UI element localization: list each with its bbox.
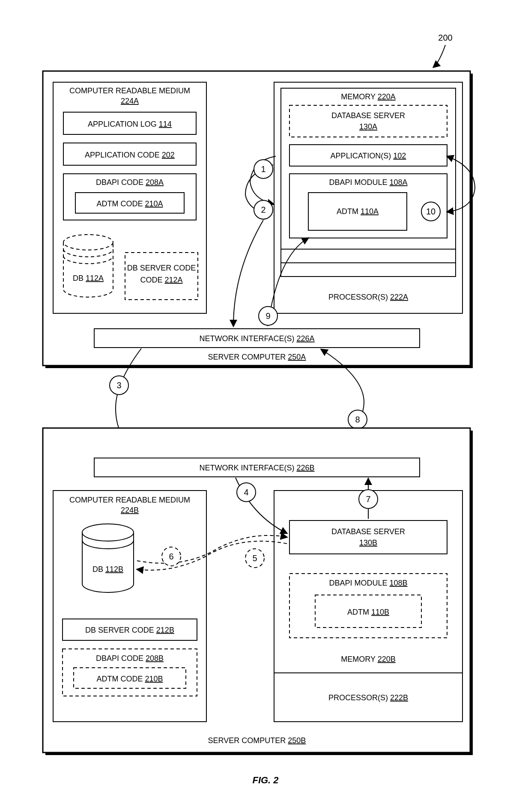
svg-text:DBAPI MODULE
       
      108: DBAPI MODULE 108A bbox=[329, 178, 407, 187]
svg-text:3: 3 bbox=[116, 381, 121, 390]
svg-text:1: 1 bbox=[261, 164, 266, 174]
svg-text:APPLICATION LOG
       
      : APPLICATION LOG 114 bbox=[88, 120, 172, 128]
svg-text:DB SERVER CODE
     
    212B: DB SERVER CODE 212B bbox=[85, 626, 174, 634]
svg-text:130A: 130A bbox=[359, 122, 377, 131]
svg-text:4: 4 bbox=[244, 488, 248, 497]
svg-text:224B: 224B bbox=[121, 506, 139, 515]
svg-text:MEMORY
       
      220A: MEMORY 220A bbox=[341, 92, 395, 101]
svg-rect-65 bbox=[289, 521, 447, 554]
figure-ref-200: 200 bbox=[433, 33, 453, 67]
svg-text:ADTM
     
    110B: ADTM 110B bbox=[347, 608, 389, 616]
svg-text:DBAPI CODE
     
    208B: DBAPI CODE 208B bbox=[96, 654, 164, 663]
crm-a: COMPUTER READABLE MEDIUM 224A APPLICATIO… bbox=[53, 82, 206, 313]
svg-text:DB SERVER CODE: DB SERVER CODE bbox=[127, 264, 196, 272]
svg-text:APPLICATION CODE
       
     : APPLICATION CODE 202 bbox=[85, 151, 175, 159]
svg-text:DB
         
        112A: DB 112A bbox=[73, 274, 104, 283]
svg-text:PROCESSOR(S)
       
      222: PROCESSOR(S) 222A bbox=[328, 293, 408, 301]
server-a: COMPUTER READABLE MEDIUM 224A APPLICATIO… bbox=[43, 71, 473, 368]
memory-proc-a: MEMORY 220A DATABASE SERVER 130A APPLICA… bbox=[274, 82, 462, 313]
svg-text:NETWORK INTERFACE(S)
     
   : NETWORK INTERFACE(S) 226A bbox=[199, 334, 314, 343]
svg-text:ADTM
       
      110A: ADTM 110A bbox=[337, 207, 379, 216]
svg-text:SERVER COMPUTER
     
    250A: SERVER COMPUTER 250A bbox=[208, 353, 306, 361]
svg-text:130B: 130B bbox=[359, 538, 377, 547]
svg-text:PROCESSOR(S)
     
    222B: PROCESSOR(S) 222B bbox=[328, 693, 408, 702]
svg-text:APPLICATION(S)
       
      1: APPLICATION(S) 102 bbox=[331, 152, 406, 160]
svg-text:DATABASE SERVER: DATABASE SERVER bbox=[331, 527, 405, 536]
svg-text:ADTM CODE
     
    210B: ADTM CODE 210B bbox=[96, 675, 163, 683]
svg-text:10: 10 bbox=[426, 207, 436, 216]
svg-text:CODE 212A: CODE 212A bbox=[140, 276, 182, 284]
svg-point-14 bbox=[63, 235, 113, 250]
svg-text:6: 6 bbox=[169, 552, 173, 561]
server-b: NETWORK INTERFACE(S) 226B COMPUTER READA… bbox=[43, 428, 473, 755]
svg-text:ADTM CODE
       
      210A: ADTM CODE 210A bbox=[96, 199, 163, 208]
svg-text:COMPUTER READABLE MEDIUM: COMPUTER READABLE MEDIUM bbox=[69, 496, 190, 504]
svg-text:200: 200 bbox=[438, 33, 452, 42]
svg-point-56 bbox=[82, 524, 134, 541]
svg-text:DB
       
      112B: DB 112B bbox=[92, 565, 123, 574]
svg-text:224A: 224A bbox=[121, 97, 139, 105]
figure-caption: FIG. 2 bbox=[252, 775, 279, 785]
svg-text:SERVER COMPUTER
     
    250B: SERVER COMPUTER 250B bbox=[208, 736, 306, 745]
svg-text:5: 5 bbox=[252, 553, 257, 563]
svg-text:MEMORY
     
    220B: MEMORY 220B bbox=[341, 655, 395, 663]
svg-text:7: 7 bbox=[366, 494, 370, 504]
svg-text:2: 2 bbox=[261, 205, 266, 214]
svg-text:DATABASE SERVER: DATABASE SERVER bbox=[331, 111, 405, 120]
svg-text:DBAPI CODE
       
      208A: DBAPI CODE 208A bbox=[96, 178, 164, 187]
svg-text:NETWORK INTERFACE(S)
     
   : NETWORK INTERFACE(S) 226B bbox=[199, 464, 314, 472]
svg-rect-22 bbox=[289, 105, 447, 137]
svg-text:9: 9 bbox=[266, 311, 270, 321]
svg-text:COMPUTER READABLE MEDIUM: COMPUTER READABLE MEDIUM bbox=[69, 86, 190, 95]
diagram-figure: 200 COMPUTER READABLE MEDIUM 224A APPLIC… bbox=[0, 0, 531, 812]
svg-text:DBAPI MODULE
     
    108B: DBAPI MODULE 108B bbox=[329, 579, 407, 587]
svg-text:8: 8 bbox=[355, 415, 360, 424]
